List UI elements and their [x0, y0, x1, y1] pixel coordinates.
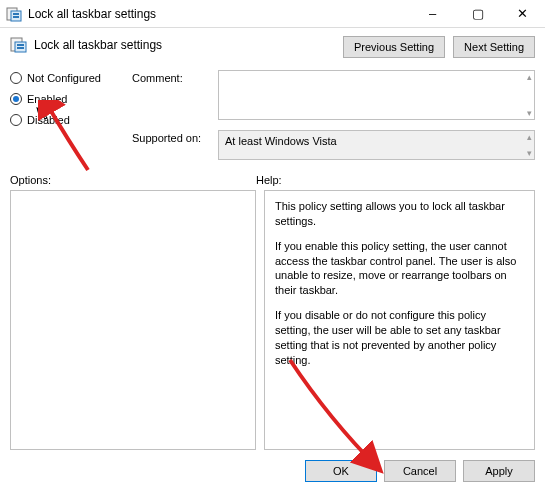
radio-label: Enabled	[27, 93, 67, 105]
radio-disabled[interactable]: Disabled	[10, 114, 120, 126]
policy-title: Lock all taskbar settings	[34, 36, 343, 52]
policy-icon	[10, 36, 28, 54]
fields-col: Comment: ▴ ▾ Supported on: At least Wind…	[132, 70, 535, 160]
comment-row: Comment: ▴ ▾	[132, 70, 535, 120]
apply-button[interactable]: Apply	[463, 460, 535, 482]
window-title: Lock all taskbar settings	[28, 7, 410, 21]
help-paragraph: If you disable or do not configure this …	[275, 308, 524, 367]
cancel-button[interactable]: Cancel	[384, 460, 456, 482]
nav-buttons: Previous Setting Next Setting	[343, 36, 535, 58]
maximize-button[interactable]: ▢	[455, 0, 500, 27]
radio-enabled[interactable]: Enabled	[10, 93, 120, 105]
scroll-up-icon: ▴	[527, 132, 532, 142]
close-button[interactable]: ✕	[500, 0, 545, 27]
gpedit-icon	[6, 6, 22, 22]
title-bar: Lock all taskbar settings – ▢ ✕	[0, 0, 545, 28]
radio-dot-icon	[10, 114, 22, 126]
window-controls: – ▢ ✕	[410, 0, 545, 27]
dialog-footer: OK Cancel Apply	[10, 460, 535, 482]
help-panel: This policy setting allows you to lock a…	[264, 190, 535, 450]
svg-rect-6	[17, 44, 24, 46]
scroll-down-icon: ▾	[527, 108, 532, 118]
panel-labels: Options: Help:	[10, 174, 535, 186]
header-row: Lock all taskbar settings Previous Setti…	[10, 36, 535, 58]
panels-row: This policy setting allows you to lock a…	[10, 190, 535, 450]
radio-label: Disabled	[27, 114, 70, 126]
previous-setting-button[interactable]: Previous Setting	[343, 36, 445, 58]
scroll-down-icon: ▾	[527, 148, 532, 158]
config-row: Not Configured Enabled Disabled Comment:…	[10, 70, 535, 160]
radio-dot-selected-icon	[10, 93, 22, 105]
scroll-up-icon: ▴	[527, 72, 532, 82]
radio-not-configured[interactable]: Not Configured	[10, 72, 120, 84]
comment-textarea[interactable]: ▴ ▾	[218, 70, 535, 120]
options-label: Options:	[10, 174, 256, 186]
svg-rect-3	[13, 16, 19, 18]
radio-label: Not Configured	[27, 72, 101, 84]
ok-button[interactable]: OK	[305, 460, 377, 482]
help-label: Help:	[256, 174, 282, 186]
options-panel	[10, 190, 256, 450]
state-radios: Not Configured Enabled Disabled	[10, 70, 120, 160]
supported-value: At least Windows Vista	[225, 135, 337, 147]
help-paragraph: This policy setting allows you to lock a…	[275, 199, 524, 229]
svg-rect-7	[17, 47, 24, 49]
help-paragraph: If you enable this policy setting, the u…	[275, 239, 524, 298]
supported-label: Supported on:	[132, 130, 210, 144]
svg-rect-2	[13, 13, 19, 15]
supported-on-field: At least Windows Vista ▴ ▾	[218, 130, 535, 160]
comment-label: Comment:	[132, 70, 210, 84]
next-setting-button[interactable]: Next Setting	[453, 36, 535, 58]
dialog-content: Lock all taskbar settings Previous Setti…	[0, 28, 545, 492]
radio-dot-icon	[10, 72, 22, 84]
supported-row: Supported on: At least Windows Vista ▴ ▾	[132, 130, 535, 160]
minimize-button[interactable]: –	[410, 0, 455, 27]
